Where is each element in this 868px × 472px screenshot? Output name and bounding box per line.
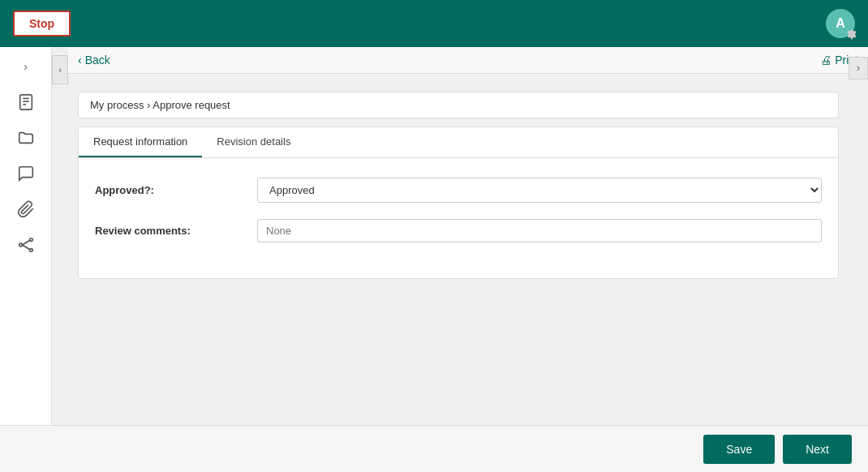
breadcrumb-text: My process › Approve request	[90, 99, 230, 111]
print-icon: 🖨	[820, 54, 831, 67]
stop-button[interactable]: Stop	[13, 11, 71, 36]
right-panel-toggle[interactable]: ›	[849, 57, 868, 79]
breadcrumb: My process › Approve request	[78, 92, 839, 118]
sidebar-collapse-toggle[interactable]: ›	[15, 55, 37, 78]
main-layout: ›	[0, 47, 868, 425]
svg-point-6	[29, 249, 32, 252]
left-panel-collapse[interactable]: ›	[52, 55, 68, 84]
approved-row: Approved?: Approved Rejected Pending	[95, 178, 822, 203]
form-card: Request information Revision details App…	[78, 127, 839, 279]
tab-request-information[interactable]: Request information	[79, 127, 202, 157]
back-label: Back	[85, 54, 110, 67]
content-area: ‹ Back 🖨 Print My process › Approve requ…	[68, 47, 868, 425]
tab-list: Request information Revision details	[79, 127, 838, 158]
svg-line-7	[22, 241, 29, 246]
nav-bar: ‹ Back 🖨 Print	[68, 47, 868, 74]
bottom-bar: Save Next	[0, 425, 868, 472]
review-comments-input[interactable]	[257, 219, 822, 242]
approved-select[interactable]: Approved Rejected Pending	[257, 178, 822, 203]
tab-content: Approved?: Approved Rejected Pending Rev…	[79, 158, 838, 278]
svg-line-8	[22, 245, 29, 250]
inner-content: My process › Approve request Request inf…	[68, 74, 868, 425]
sidebar-item-workflow[interactable]	[11, 230, 41, 260]
sidebar-item-folder[interactable]	[11, 123, 41, 152]
tab-revision-details[interactable]: Revision details	[202, 127, 305, 157]
sidebar: ›	[0, 47, 52, 425]
sidebar-item-chat[interactable]	[11, 159, 41, 188]
back-chevron-icon: ‹	[78, 54, 82, 67]
sidebar-item-attachment[interactable]	[11, 195, 41, 224]
review-row: Review comments:	[95, 219, 822, 242]
next-button[interactable]: Next	[783, 435, 852, 464]
save-button[interactable]: Save	[703, 435, 775, 464]
review-input-wrap	[257, 219, 822, 242]
top-bar: Stop A	[0, 0, 868, 47]
approved-label: Approved?:	[95, 184, 257, 196]
svg-rect-0	[19, 95, 32, 109]
user-avatar-wrap: A	[826, 9, 855, 38]
gear-icon[interactable]	[845, 28, 858, 41]
sidebar-item-document[interactable]	[11, 88, 41, 117]
approved-select-wrap: Approved Rejected Pending	[257, 178, 822, 203]
svg-point-5	[29, 238, 32, 242]
back-link[interactable]: ‹ Back	[78, 54, 110, 67]
svg-point-4	[19, 243, 22, 247]
right-chevron-icon: ›	[857, 62, 860, 74]
review-label: Review comments:	[95, 225, 257, 237]
